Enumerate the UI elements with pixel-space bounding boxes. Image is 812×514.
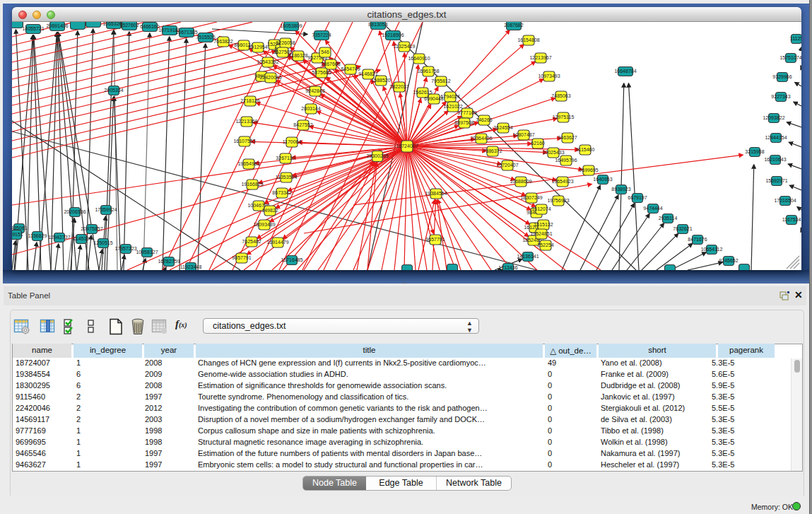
svg-text:2718126: 2718126 <box>240 98 259 103</box>
svg-text:12213967: 12213967 <box>529 55 551 60</box>
svg-text:10654112: 10654112 <box>701 247 723 252</box>
svg-text:12975115: 12975115 <box>553 115 575 119</box>
svg-text:19654923: 19654923 <box>551 179 573 184</box>
svg-text:7515526: 7515526 <box>196 35 215 40</box>
svg-text:19384554: 19384554 <box>425 191 447 196</box>
svg-text:10671385: 10671385 <box>175 30 197 35</box>
svg-text:10958127: 10958127 <box>136 250 158 255</box>
svg-text:9115460: 9115460 <box>576 147 595 152</box>
svg-text:2803144: 2803144 <box>301 106 320 111</box>
svg-text:5875685: 5875685 <box>312 70 331 75</box>
svg-text:12093822: 12093822 <box>763 115 784 120</box>
svg-text:8813054: 8813054 <box>368 22 387 27</box>
svg-text:19524851: 19524851 <box>530 231 552 236</box>
svg-text:16495796: 16495796 <box>555 158 577 163</box>
svg-text:16914479: 16914479 <box>266 240 288 245</box>
svg-text:15716485: 15716485 <box>281 257 302 262</box>
svg-text:10688609: 10688609 <box>510 179 531 184</box>
svg-text:29300235: 29300235 <box>366 153 388 158</box>
svg-text:1170064: 1170064 <box>283 139 302 144</box>
svg-text:2905334: 2905334 <box>104 88 123 93</box>
svg-text:18307249: 18307249 <box>520 195 542 200</box>
svg-text:11353594: 11353594 <box>276 175 298 180</box>
svg-text:9146821: 9146821 <box>358 71 377 76</box>
svg-text:1527602: 1527602 <box>119 23 139 28</box>
svg-text:1615132: 1615132 <box>534 222 553 227</box>
svg-text:18724007: 18724007 <box>396 144 418 148</box>
svg-text:16053809: 16053809 <box>280 23 302 28</box>
svg-text:12213369: 12213369 <box>235 119 257 124</box>
svg-text:20691406: 20691406 <box>46 23 68 28</box>
svg-text:15751074: 15751074 <box>779 55 801 60</box>
svg-text:8938923: 8938923 <box>611 187 630 192</box>
svg-text:8454749: 8454749 <box>341 66 360 71</box>
svg-text:1250515: 1250515 <box>93 240 112 245</box>
svg-text:1621022: 1621022 <box>443 104 462 109</box>
svg-text:17359924: 17359924 <box>95 207 117 212</box>
svg-text:7357224: 7357224 <box>312 33 331 37</box>
svg-text:9242848: 9242848 <box>305 88 324 93</box>
svg-text:9777169: 9777169 <box>457 110 476 115</box>
svg-text:8673342: 8673342 <box>272 190 291 195</box>
svg-text:9699695: 9699695 <box>579 168 598 173</box>
svg-text:19756923: 19756923 <box>547 198 569 203</box>
svg-text:1612074: 1612074 <box>531 206 551 211</box>
svg-text:9245652: 9245652 <box>719 258 738 263</box>
svg-text:7632621: 7632621 <box>673 226 692 231</box>
svg-text:11325419: 11325419 <box>394 44 416 49</box>
svg-text:17016504: 17016504 <box>774 198 796 203</box>
svg-text:16961758: 16961758 <box>417 69 439 74</box>
svg-text:39151: 39151 <box>12 232 23 237</box>
svg-text:8427552: 8427552 <box>293 122 312 127</box>
svg-text:1713436: 1713436 <box>498 265 517 270</box>
svg-text:10543392: 10543392 <box>257 59 278 64</box>
svg-text:252254: 252254 <box>537 243 553 247</box>
svg-text:10807487: 10807487 <box>512 132 534 137</box>
svg-text:7955812: 7955812 <box>431 78 450 83</box>
svg-text:9657791: 9657791 <box>425 237 445 242</box>
svg-text:20975857: 20975857 <box>81 226 102 231</box>
svg-text:16210643: 16210643 <box>764 157 786 162</box>
svg-text:1588520: 1588520 <box>371 78 390 83</box>
svg-text:8226058: 8226058 <box>276 40 295 45</box>
svg-text:1640953: 1640953 <box>593 177 612 182</box>
svg-text:7386372: 7386372 <box>483 148 502 153</box>
svg-text:6679197: 6679197 <box>628 195 647 200</box>
svg-text:7485063: 7485063 <box>551 93 570 98</box>
svg-text:20206536: 20206536 <box>64 209 86 214</box>
svg-text:7625402: 7625402 <box>242 239 261 244</box>
svg-text:16107553: 16107553 <box>233 139 255 144</box>
svg-text:1167534: 1167534 <box>782 217 801 222</box>
svg-text:11923448: 11923448 <box>180 264 202 269</box>
svg-text:9463627: 9463627 <box>558 135 577 140</box>
svg-text:6466160: 6466160 <box>140 24 159 29</box>
svg-text:62160: 62160 <box>531 141 545 146</box>
svg-text:10973493: 10973493 <box>538 74 560 78</box>
svg-text:16154808: 16154808 <box>517 37 539 42</box>
svg-text:16782759: 16782759 <box>158 259 180 264</box>
svg-text:8912954: 8912954 <box>248 45 267 49</box>
svg-text:6794024: 6794024 <box>440 94 459 99</box>
svg-text:11125: 11125 <box>790 36 801 41</box>
svg-text:3215958: 3215958 <box>745 149 764 154</box>
svg-text:8471676: 8471676 <box>688 237 707 242</box>
svg-text:12942737: 12942737 <box>48 235 70 240</box>
svg-text:2935114: 2935114 <box>659 216 678 221</box>
svg-text:20364436: 20364436 <box>470 136 492 141</box>
svg-text:9474444: 9474444 <box>643 206 662 211</box>
svg-text:12444154: 12444154 <box>765 135 787 140</box>
svg-text:6897508: 6897508 <box>454 120 473 125</box>
svg-text:19218506: 19218506 <box>382 33 404 37</box>
svg-text:22420046: 22420046 <box>259 75 281 80</box>
svg-text:546: 546 <box>321 49 329 54</box>
svg-text:16648784: 16648784 <box>614 69 636 74</box>
svg-text:18093489: 18093489 <box>253 222 275 227</box>
svg-text:19654983: 19654983 <box>237 161 259 166</box>
svg-text:3267130: 3267130 <box>276 156 295 160</box>
svg-text:149822: 149822 <box>261 208 278 213</box>
svg-text:9227343: 9227343 <box>771 94 790 99</box>
svg-text:15720407: 15720407 <box>496 163 518 168</box>
svg-text:10025433: 10025433 <box>542 150 564 155</box>
svg-text:9857791: 9857791 <box>232 255 251 260</box>
svg-text:14136141: 14136141 <box>517 254 539 259</box>
